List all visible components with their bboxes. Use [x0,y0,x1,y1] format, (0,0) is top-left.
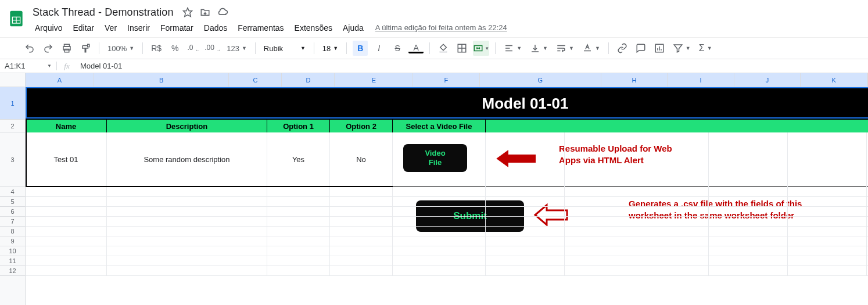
column-header-A[interactable]: A [26,73,94,87]
menu-dados[interactable]: Dados [199,21,232,35]
cell-E7[interactable] [393,217,486,227]
row-header-4[interactable]: 4 [0,187,25,197]
cell-G6[interactable] [565,207,709,217]
name-box[interactable]: A1:K1▼ [0,62,57,70]
row-header-1[interactable]: 1 [0,87,25,120]
cell-I5[interactable] [788,197,867,207]
cell-I11[interactable] [788,256,867,266]
cell-H3[interactable] [709,132,788,187]
insert-comment-button[interactable] [633,41,648,56]
font-family-select[interactable]: Rubik▼ [261,44,308,53]
cell-F5[interactable] [486,197,565,207]
cell-I9[interactable] [788,236,867,246]
row-header-2[interactable]: 2 [0,120,25,132]
cell-E5[interactable] [393,197,486,207]
cell-G4[interactable] [565,187,709,197]
row-header-8[interactable]: 8 [0,227,25,236]
insert-chart-button[interactable] [652,41,667,56]
cell-G10[interactable] [565,246,709,256]
cell-D9[interactable] [330,236,393,246]
header-cell-0[interactable]: Name [26,120,107,132]
header-cell-3[interactable]: Option 2 [330,120,393,132]
cell-I7[interactable] [788,217,867,227]
cell-D5[interactable] [330,197,393,207]
column-header-J[interactable]: J [734,73,801,87]
paint-format-button[interactable] [78,41,93,56]
cell-F3[interactable] [486,132,565,187]
last-edit-link[interactable]: A última edição foi feita ontem às 22:24 [375,23,507,32]
cell-I10[interactable] [788,246,867,256]
cell-D8[interactable] [330,227,393,236]
cell-A5[interactable] [26,197,107,207]
cell-F6[interactable] [486,207,565,217]
cell-D12[interactable] [330,266,393,276]
increase-decimal-button[interactable]: .00 → [205,41,221,56]
cell-H7[interactable] [709,217,788,227]
cell-G7[interactable] [565,217,709,227]
cell-D6[interactable] [330,207,393,217]
cell-C9[interactable] [267,236,330,246]
functions-button[interactable]: Σ▼ [697,43,715,53]
cell-B8[interactable] [107,227,267,236]
row-header-5[interactable]: 5 [0,197,25,207]
cell-G5[interactable] [565,197,709,207]
cell-G12[interactable] [565,266,709,276]
cell-C7[interactable] [267,217,330,227]
column-header-D[interactable]: D [282,73,335,87]
cell-G8[interactable] [565,227,709,236]
cell-B9[interactable] [107,236,267,246]
cell-A10[interactable] [26,246,107,256]
column-header-C[interactable]: C [229,73,282,87]
vertical-align-button[interactable]: ▼ [528,43,550,53]
cell-H11[interactable] [709,256,788,266]
cell-F8[interactable] [486,227,565,236]
menu-editar[interactable]: Editar [68,21,99,35]
column-header-K[interactable]: K [801,73,867,87]
cell-I8[interactable] [788,227,867,236]
menu-extensoes[interactable]: Extensões [290,21,337,35]
cell-H12[interactable] [709,266,788,276]
cell-C12[interactable] [267,266,330,276]
strikethrough-button[interactable]: S [390,41,405,56]
menu-ver[interactable]: Ver [100,21,121,35]
cell-C4[interactable] [267,187,330,197]
cell-H5[interactable] [709,197,788,207]
cell-H6[interactable] [709,207,788,217]
cell-C6[interactable] [267,207,330,217]
text-rotation-button[interactable]: ▼ [580,43,602,53]
column-header-G[interactable]: G [480,73,601,87]
percent-button[interactable]: % [167,41,182,56]
sheets-app-icon[interactable] [5,7,28,30]
cell-D10[interactable] [330,246,393,256]
row-header-6[interactable]: 6 [0,207,25,217]
header-cell-1[interactable]: Description [107,120,267,132]
column-header-B[interactable]: B [94,73,229,87]
cell-F10[interactable] [486,246,565,256]
redo-button[interactable] [41,41,56,56]
cell-A4[interactable] [26,187,107,197]
cell-A11[interactable] [26,256,107,266]
cell-I6[interactable] [788,207,867,217]
cell-D11[interactable] [330,256,393,266]
cell-H9[interactable] [709,236,788,246]
currency-button[interactable]: R$ [149,41,164,56]
cell-B6[interactable] [107,207,267,217]
cell-E11[interactable] [393,256,486,266]
bold-button[interactable]: B [353,41,368,56]
menu-formatar[interactable]: Formatar [156,21,198,35]
cell-G9[interactable] [565,236,709,246]
cell-option1[interactable]: Yes [267,132,330,187]
horizontal-align-button[interactable]: ▼ [501,43,524,53]
cell-C5[interactable] [267,197,330,207]
column-header-I[interactable]: I [668,73,734,87]
cell-A12[interactable] [26,266,107,276]
cell-C11[interactable] [267,256,330,266]
row-header-7[interactable]: 7 [0,217,25,227]
cell-I12[interactable] [788,266,867,276]
banner-title-cell[interactable]: Model 01-01 [26,87,868,120]
column-header-H[interactable]: H [601,73,668,87]
column-header-F[interactable]: F [413,73,480,87]
move-icon[interactable] [199,6,211,18]
cell-I4[interactable] [788,187,867,197]
cell-C8[interactable] [267,227,330,236]
